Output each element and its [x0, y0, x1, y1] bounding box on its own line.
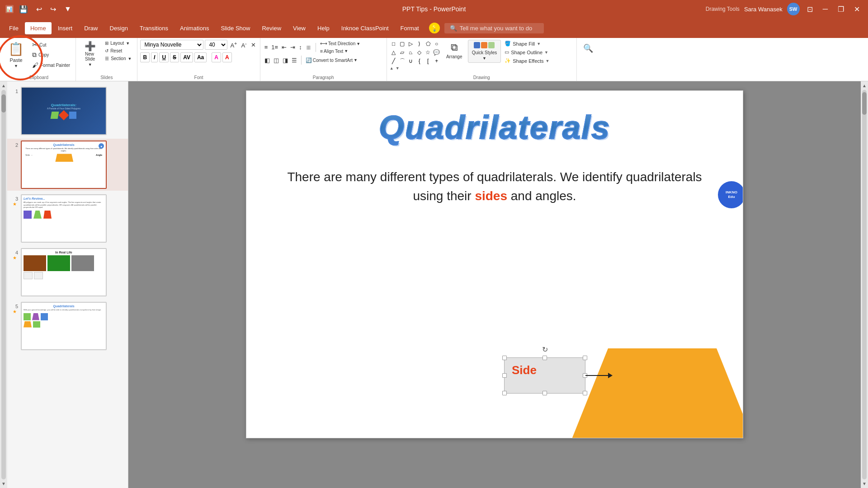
new-slide-dropdown[interactable]: ▼: [88, 62, 92, 67]
shape-triangle[interactable]: △: [390, 48, 398, 56]
shape-bracket[interactable]: [: [424, 57, 432, 65]
handle-top-center[interactable]: [542, 356, 547, 360]
help-lightbulb-icon[interactable]: 💡: [429, 23, 440, 33]
align-center-button[interactable]: ◫: [272, 56, 280, 65]
scroll-up-button[interactable]: ▲: [0, 82, 7, 89]
handle-bottom-right[interactable]: [583, 391, 587, 395]
clear-format-button[interactable]: ✕: [250, 41, 257, 49]
convert-smartart-button[interactable]: 🔄 Convert to SmartArt ▼: [304, 56, 359, 64]
menu-review[interactable]: Review: [256, 22, 287, 34]
handle-bottom-left[interactable]: [502, 391, 507, 395]
shape-rect[interactable]: □: [390, 40, 398, 48]
font-family-select[interactable]: Minya Nouvelle: [140, 40, 203, 50]
decrease-indent-button[interactable]: ⇤: [280, 43, 288, 52]
handle-top-left[interactable]: [502, 356, 507, 360]
char-spacing-button[interactable]: AV: [180, 52, 193, 62]
shape-brace[interactable]: {: [415, 57, 424, 65]
shape-line[interactable]: ╱: [390, 57, 398, 65]
bullets-button[interactable]: ≡: [263, 43, 269, 52]
slide-thumbnail-3[interactable]: 3 ★ Let's Review... All polygons are mad…: [7, 192, 128, 244]
align-text-button[interactable]: ≡ Align Text ▼: [319, 47, 362, 55]
justify-button[interactable]: ☰: [290, 56, 298, 65]
canvas-area[interactable]: Quadrilaterals There are many different …: [128, 81, 861, 488]
menu-animations[interactable]: Animations: [175, 22, 214, 34]
shape-parallelogram[interactable]: ▱: [398, 48, 406, 56]
rotate-handle[interactable]: ↻: [541, 345, 548, 352]
restore-button[interactable]: ❐: [835, 5, 847, 14]
menu-help[interactable]: Help: [312, 22, 335, 34]
decrease-font-button[interactable]: A-: [240, 40, 248, 50]
numbering-button[interactable]: 1≡: [270, 43, 279, 52]
scroll-down-button[interactable]: ▼: [0, 480, 7, 487]
bold-button[interactable]: B: [140, 52, 150, 62]
handle-middle-left[interactable]: [502, 373, 507, 378]
menu-file[interactable]: File: [4, 22, 24, 34]
slide-thumbnail-1[interactable]: 1 Quadrilaterals: A Parade of Four-Sided…: [7, 85, 128, 137]
line-spacing-button[interactable]: ↕: [297, 43, 303, 52]
menu-home[interactable]: Home: [25, 22, 52, 34]
menu-insert[interactable]: Insert: [52, 22, 78, 34]
shape-curve[interactable]: ⌒: [398, 57, 406, 65]
text-case-button[interactable]: Aa: [194, 52, 207, 62]
inknoe-badge[interactable]: INKNOEdu: [718, 181, 743, 208]
menu-slideshow[interactable]: Slide Show: [215, 22, 255, 34]
menu-view[interactable]: View: [288, 22, 311, 34]
paste-button[interactable]: 📋 Paste ▼: [5, 40, 28, 70]
new-slide-button[interactable]: ➕ NewSlide ▼: [79, 40, 101, 69]
handle-top-right[interactable]: [583, 356, 587, 360]
shape-outline-button[interactable]: ▭ Shape Outline ▼: [503, 48, 551, 56]
menu-transitions[interactable]: Transitions: [134, 22, 174, 34]
selected-textbox[interactable]: ↻ Side: [504, 357, 585, 394]
shape-trapezoid[interactable]: ⏢: [407, 48, 415, 56]
close-button[interactable]: ✕: [851, 5, 863, 14]
menu-format[interactable]: Format: [395, 22, 425, 34]
redo-button[interactable]: ↪: [47, 5, 59, 14]
increase-indent-button[interactable]: ⇥: [289, 43, 297, 52]
user-avatar[interactable]: SW: [787, 3, 800, 15]
scroll-right-thumb[interactable]: [862, 92, 867, 115]
layout-button[interactable]: ⊞ Layout ▼: [102, 40, 134, 47]
customize-button[interactable]: ▼: [61, 5, 74, 13]
cut-button[interactable]: ✂ Cut: [29, 40, 73, 49]
font-color-button[interactable]: A: [222, 52, 232, 62]
quick-styles-button[interactable]: Quick Styles ▼: [468, 40, 501, 63]
columns-button[interactable]: ⫼: [304, 43, 313, 52]
scroll-thumb[interactable]: [1, 94, 6, 113]
scroll-right-down-button[interactable]: ▼: [861, 480, 868, 487]
tell-me-input[interactable]: 🔍 Tell me what you want to do: [444, 23, 544, 33]
format-painter-button[interactable]: 🖌 Format Painter: [29, 61, 73, 70]
shape-more[interactable]: +: [433, 57, 441, 65]
shape-arc[interactable]: ∪: [407, 57, 415, 65]
section-button[interactable]: ☰ Section ▼: [102, 55, 134, 62]
slide-thumbnail-2[interactable]: 2 ● Quadrilaterals There are many differ…: [7, 139, 128, 191]
shape-right-arrow[interactable]: ▷: [407, 40, 415, 48]
underline-button[interactable]: U: [159, 52, 169, 62]
paste-dropdown[interactable]: ▼: [14, 64, 18, 68]
slide-thumbnail-4[interactable]: 4 ★ In Real Life: [7, 246, 128, 298]
shape-fill-button[interactable]: 🪣 Shape Fill ▼: [503, 40, 551, 47]
copy-button[interactable]: ⧉ Copy: [29, 50, 73, 60]
quick-styles-arrow[interactable]: ▼: [482, 56, 486, 61]
slide-thumbnail-5[interactable]: 5 ★ Quadrilaterals With your gained know…: [7, 300, 128, 352]
align-right-button[interactable]: ◨: [281, 56, 289, 65]
increase-font-button[interactable]: A+: [229, 40, 238, 50]
menu-draw[interactable]: Draw: [79, 22, 103, 34]
shape-pentagon[interactable]: ⬠: [424, 40, 432, 48]
align-left-button[interactable]: ◧: [263, 56, 271, 65]
shapes-scroll-up[interactable]: ▲: [390, 66, 394, 70]
strikethrough-button[interactable]: S: [170, 52, 179, 62]
text-direction-button[interactable]: ⟷ Text Direction ▼: [319, 40, 362, 47]
shape-callout[interactable]: 💬: [433, 48, 441, 56]
save-button[interactable]: 💾: [16, 5, 31, 14]
undo-button[interactable]: ↩: [33, 5, 45, 14]
arrange-button[interactable]: ⧉ Arrange: [443, 40, 466, 61]
shape-star[interactable]: ☆: [424, 48, 432, 56]
handle-bottom-center[interactable]: [542, 391, 547, 395]
ribbon-search-button[interactable]: 🔍: [580, 40, 597, 57]
shape-diamond[interactable]: ◇: [415, 48, 424, 56]
shape-ellipse[interactable]: ○: [433, 40, 441, 48]
shapes-scroll-down[interactable]: ▼: [396, 66, 400, 70]
scroll-right-up-button[interactable]: ▲: [861, 82, 868, 89]
shape-chevron[interactable]: ⟩: [415, 40, 424, 48]
menu-inknoe[interactable]: Inknoe ClassPoint: [336, 22, 394, 34]
